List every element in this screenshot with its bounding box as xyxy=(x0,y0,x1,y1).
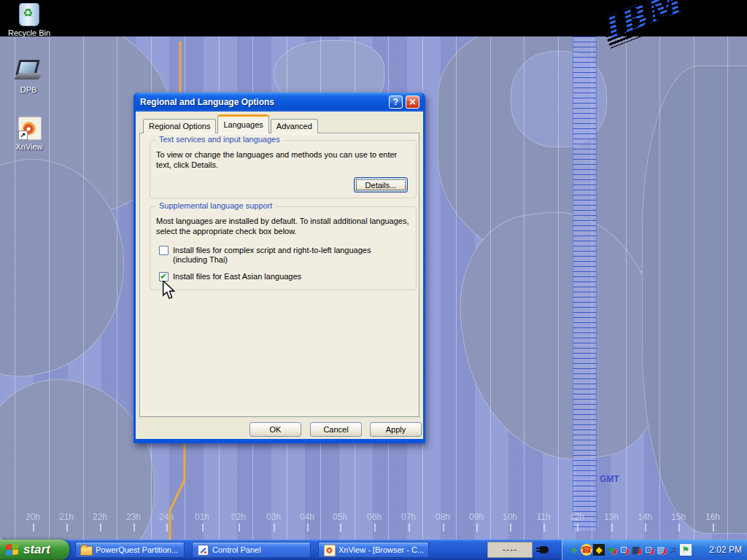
audio-device-error-icon[interactable]: ▤✗ xyxy=(655,544,667,556)
tab-strip: Regional Options Languages Advanced xyxy=(143,118,320,133)
taskbar-button-label: Control Panel xyxy=(212,545,261,554)
display-settings-icon[interactable]: ⚑ xyxy=(680,544,692,556)
timezone-tick xyxy=(166,524,168,532)
xnview-icon xyxy=(323,545,335,555)
window-titlebar[interactable]: Regional and Language Options ? ✕ xyxy=(136,93,423,112)
battery-meter-icon-glyph: ◆ xyxy=(593,544,605,556)
gmt-label: GMT xyxy=(600,474,619,484)
laptop-base xyxy=(14,73,43,79)
folder-icon xyxy=(80,545,92,555)
timezone-label-12h: 12h xyxy=(560,512,594,522)
timezone-label-06h: 06h xyxy=(357,512,391,522)
checkbox-row-east-asian[interactable]: Install files for East Asian languages xyxy=(159,272,405,281)
timezone-tick xyxy=(66,524,68,532)
timezone-tick xyxy=(33,524,34,532)
ac-power-plug-icon xyxy=(535,545,551,556)
dialog-content: Regional Options Languages Advanced Text… xyxy=(136,112,423,439)
start-label: start xyxy=(23,542,50,557)
apply-button[interactable]: Apply xyxy=(370,422,422,437)
timezone-tick xyxy=(202,524,204,532)
timezone-label-11h: 11h xyxy=(527,512,560,522)
timezone-tick xyxy=(100,524,101,532)
timezone-label-09h: 09h xyxy=(460,512,493,522)
laptop-icon xyxy=(16,60,41,83)
tab-advanced[interactable]: Advanced xyxy=(271,119,318,133)
timezone-tick xyxy=(678,524,680,532)
timezone-tick xyxy=(307,524,309,532)
timezone-tick xyxy=(340,524,341,532)
timezone-tick xyxy=(274,524,275,532)
taskbar-button-control-panel[interactable]: Control Panel xyxy=(192,542,311,558)
standby-icon[interactable]: ♣ xyxy=(568,544,580,556)
desktop-icon-xnview[interactable]: ··· ↗ XnView xyxy=(6,117,53,151)
tab-languages[interactable]: Languages xyxy=(217,114,268,133)
languages-tab-page: Text services and input languages To vie… xyxy=(139,133,419,417)
details-button[interactable]: Details... xyxy=(354,177,408,192)
taskbar-clock[interactable]: 2:02 PM xyxy=(709,540,742,560)
group-text-services: Text services and input languages To vie… xyxy=(150,140,417,198)
battery-meter-deskband[interactable]: ---- xyxy=(487,542,533,558)
timezone-label-10h: 10h xyxy=(493,512,527,522)
taskbar-button-xnview[interactable]: XnView - [Browser - C... xyxy=(318,542,429,558)
timezone-label-07h: 07h xyxy=(392,512,425,522)
taskbar: start PowerQuest Partition... Control Pa… xyxy=(0,540,747,560)
icon-label: DPB xyxy=(5,85,52,94)
timezone-tick xyxy=(543,524,545,532)
timezone-tick xyxy=(645,524,646,532)
system-tray: ♣☎◆☻✗⊡✗▦✗⊡✗▤✗♫⚑ 2:02 PM xyxy=(562,540,747,560)
recycle-bin-shape: ♻ xyxy=(19,3,39,26)
timezone-label-20h: 20h xyxy=(16,512,50,522)
timezone-label-22h: 22h xyxy=(83,512,117,522)
timezone-tick xyxy=(374,524,376,532)
display-driver-error-icon[interactable]: ▦✗ xyxy=(630,544,642,556)
start-button[interactable]: start xyxy=(0,540,69,560)
shortcut-arrow-icon: ↗ xyxy=(18,131,28,140)
gmt-meridian-band xyxy=(573,36,597,531)
timezone-tick xyxy=(476,524,478,532)
timezone-label-23h: 23h xyxy=(117,512,150,522)
network-disconnected-icon[interactable]: ⊡✗ xyxy=(618,544,630,556)
timezone-label-03h: 03h xyxy=(257,512,290,522)
timezone-tick xyxy=(239,524,240,532)
timezone-label-16h: 16h xyxy=(696,512,729,522)
timezone-label-13h: 13h xyxy=(595,512,628,522)
support-phone-icon[interactable]: ☎ xyxy=(581,544,592,556)
desktop-icon-dpb[interactable]: DPB xyxy=(5,60,52,94)
desktop-screen: GMT 20h21h22h23h24h01h02h03h04h05h06h07h… xyxy=(0,0,747,560)
xnview-icon: ··· ↗ xyxy=(17,117,42,140)
standby-icon-glyph: ♣ xyxy=(568,544,580,556)
timezone-label-05h: 05h xyxy=(323,512,357,522)
ok-button[interactable]: OK xyxy=(249,422,301,437)
timezone-tick xyxy=(443,524,444,532)
control-panel-icon xyxy=(197,545,209,555)
windows-flag-icon xyxy=(6,543,20,557)
checkbox-label: Install files for complex script and rig… xyxy=(173,246,405,265)
east-asian-checkbox[interactable] xyxy=(159,272,169,281)
timezone-label-02h: 02h xyxy=(222,512,255,522)
timezone-label-14h: 14h xyxy=(628,512,662,522)
desktop-icon-recycle-bin[interactable]: ♻ Recycle Bin xyxy=(6,3,53,37)
timezone-label-08h: 08h xyxy=(426,512,460,522)
group-title: Text services and input languages xyxy=(156,135,283,144)
messenger-offline-icon[interactable]: ☻✗ xyxy=(605,544,617,556)
volume-icon[interactable]: ♫ xyxy=(667,544,679,556)
timezone-tick xyxy=(510,524,511,532)
support-phone-icon-glyph: ☎ xyxy=(581,544,592,556)
complex-script-checkbox[interactable] xyxy=(159,246,169,255)
close-button[interactable]: ✕ xyxy=(406,96,419,109)
cancel-button[interactable]: Cancel xyxy=(310,422,362,437)
taskbar-button-powerquest[interactable]: PowerQuest Partition... xyxy=(75,542,185,558)
icon-label: Recycle Bin xyxy=(6,28,53,37)
group-supplemental-language: Supplemental language support Most langu… xyxy=(150,206,417,290)
taskbar-button-label: XnView - [Browser - C... xyxy=(338,545,424,554)
display-settings-icon-glyph: ⚑ xyxy=(680,544,692,556)
computer-offline-icon[interactable]: ⊡✗ xyxy=(643,544,654,556)
timezone-tick xyxy=(133,524,135,532)
checkbox-row-complex-script[interactable]: Install files for complex script and rig… xyxy=(159,246,405,265)
help-button[interactable]: ? xyxy=(389,96,403,109)
tab-regional-options[interactable]: Regional Options xyxy=(143,119,216,133)
volume-icon-glyph: ♫ xyxy=(667,544,679,556)
checkbox-label: Install files for East Asian languages xyxy=(173,272,405,281)
battery-meter-icon[interactable]: ◆ xyxy=(593,544,605,556)
recycle-bin-icon: ♻ xyxy=(17,3,42,26)
